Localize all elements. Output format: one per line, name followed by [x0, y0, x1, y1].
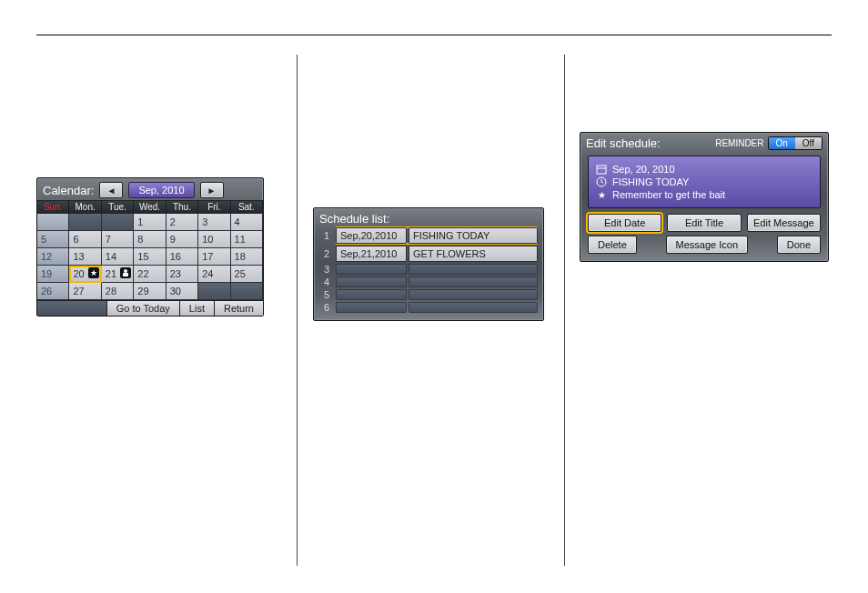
- message-icon-button[interactable]: Message Icon: [666, 236, 748, 254]
- day-number: 2: [170, 216, 176, 227]
- row-task: FISHING TODAY: [409, 227, 538, 244]
- calendar-cell[interactable]: 1: [134, 214, 166, 231]
- calendar-cell[interactable]: 29: [134, 283, 166, 300]
- day-number: 16: [170, 251, 181, 262]
- day-number: 28: [106, 286, 116, 296]
- calendar-cell[interactable]: 10: [198, 231, 230, 248]
- calendar-footer: Go to Today List Return: [37, 300, 263, 316]
- day-number: 21: [106, 268, 116, 279]
- day-number: 25: [235, 268, 246, 279]
- calendar-dow-header: Sun.Mon.Tue.Wed.Thu.Fri.Sat.: [37, 200, 263, 214]
- svg-rect-1: [123, 273, 128, 276]
- schedule-row[interactable]: 1Sep,20,2010FISHING TODAY: [319, 227, 538, 244]
- day-number: 22: [137, 268, 148, 279]
- star-icon: ★: [596, 189, 607, 200]
- delete-button[interactable]: Delete: [588, 236, 637, 254]
- day-number: 5: [41, 234, 46, 245]
- svg-point-0: [124, 269, 127, 273]
- calendar-cell[interactable]: 24: [198, 266, 230, 283]
- day-number: 10: [202, 234, 213, 245]
- calendar-cell[interactable]: 8: [134, 231, 166, 248]
- calendar-cell[interactable]: 20★: [69, 266, 101, 283]
- edit-schedule-panel: Edit schedule: REMINDER On Off Sep, 20, …: [580, 132, 829, 262]
- calendar-cell[interactable]: 2: [167, 214, 198, 231]
- done-button[interactable]: Done: [777, 236, 821, 254]
- calendar-cell[interactable]: 28: [102, 283, 134, 300]
- triangle-left-icon: ◄: [106, 186, 116, 196]
- svg-line-6: [601, 182, 603, 183]
- calendar-cell[interactable]: 14: [102, 248, 134, 266]
- row-date: [336, 264, 407, 275]
- row-date: Sep,20,2010: [336, 227, 407, 244]
- calendar-cell[interactable]: 16: [167, 248, 198, 266]
- calendar-cell: [102, 214, 134, 231]
- star-icon: ★: [88, 267, 99, 278]
- footer-spacer: [37, 301, 106, 316]
- reminder-off[interactable]: Off: [795, 137, 822, 149]
- calendar-cell[interactable]: 18: [231, 248, 263, 266]
- row-number: 4: [319, 276, 334, 287]
- calendar-icon: [596, 164, 607, 175]
- edit-title-button[interactable]: Edit Title: [667, 214, 741, 232]
- calendar-cell: [37, 214, 69, 231]
- row-date: [336, 302, 407, 313]
- day-number: 20: [73, 268, 84, 279]
- calendar-cell[interactable]: 15: [134, 248, 166, 266]
- person-icon: [120, 267, 131, 278]
- calendar-cell[interactable]: 5: [37, 231, 69, 248]
- calendar-cell[interactable]: 3: [198, 214, 230, 231]
- calendar-cell[interactable]: 13: [69, 248, 101, 266]
- calendar-cell[interactable]: 11: [231, 231, 263, 248]
- schedule-row: 6: [319, 302, 538, 313]
- dow-label: Mon.: [69, 201, 101, 213]
- day-number: 27: [73, 286, 84, 296]
- day-number: 6: [73, 234, 78, 245]
- schedule-row: 5: [319, 289, 538, 300]
- reminder-toggle[interactable]: On Off: [768, 136, 823, 150]
- go-to-today-button[interactable]: Go to Today: [106, 301, 179, 316]
- month-label[interactable]: Sep, 2010: [128, 182, 194, 198]
- calendar-cell: [198, 283, 230, 300]
- calendar-cell[interactable]: 26: [37, 283, 69, 300]
- calendar-cell[interactable]: 19: [37, 266, 69, 283]
- calendar-cell[interactable]: 4: [231, 214, 263, 231]
- prev-month-button[interactable]: ◄: [99, 182, 123, 198]
- schedule-row: 3: [319, 264, 538, 275]
- calendar-cell[interactable]: 12: [37, 248, 69, 266]
- calendar-cell[interactable]: 9: [167, 231, 198, 248]
- row-date: [336, 289, 407, 300]
- calendar-cell[interactable]: 25: [231, 266, 263, 283]
- calendar-cell[interactable]: 22: [134, 266, 166, 283]
- row-number: 2: [319, 246, 334, 262]
- calendar-cell[interactable]: 17: [198, 248, 230, 266]
- day-number: 7: [106, 234, 111, 245]
- dow-label: Fri.: [198, 201, 230, 213]
- day-number: 24: [202, 268, 213, 279]
- reminder-on[interactable]: On: [769, 137, 795, 149]
- day-number: 4: [235, 216, 240, 227]
- row-date: Sep,21,2010: [336, 246, 407, 262]
- list-button[interactable]: List: [179, 301, 214, 316]
- day-number: 29: [137, 286, 148, 296]
- row-number: 6: [319, 302, 334, 313]
- calendar-cell[interactable]: 27: [69, 283, 101, 300]
- row-task: [409, 264, 538, 275]
- day-number: 14: [106, 251, 116, 262]
- calendar-cell[interactable]: 7: [102, 231, 134, 248]
- calendar-cell: [69, 214, 101, 231]
- edit-date-button[interactable]: Edit Date: [588, 214, 661, 232]
- schedule-row[interactable]: 2Sep,21,2010GET FLOWERS: [319, 246, 538, 262]
- next-month-button[interactable]: ►: [200, 182, 224, 198]
- reminder-label: REMINDER: [715, 138, 763, 148]
- calendar-cell[interactable]: 21: [102, 266, 134, 283]
- return-button[interactable]: Return: [214, 301, 263, 316]
- day-number: 30: [170, 286, 181, 296]
- calendar-cell[interactable]: 23: [167, 266, 198, 283]
- calendar-cell[interactable]: 30: [167, 283, 198, 300]
- row-number: 5: [319, 289, 334, 300]
- calendar-title: Calendar:: [43, 184, 94, 197]
- edit-message-button[interactable]: Edit Message: [747, 214, 821, 232]
- day-number: 13: [73, 251, 84, 262]
- calendar-cell[interactable]: 6: [69, 231, 101, 248]
- day-number: 8: [137, 234, 143, 245]
